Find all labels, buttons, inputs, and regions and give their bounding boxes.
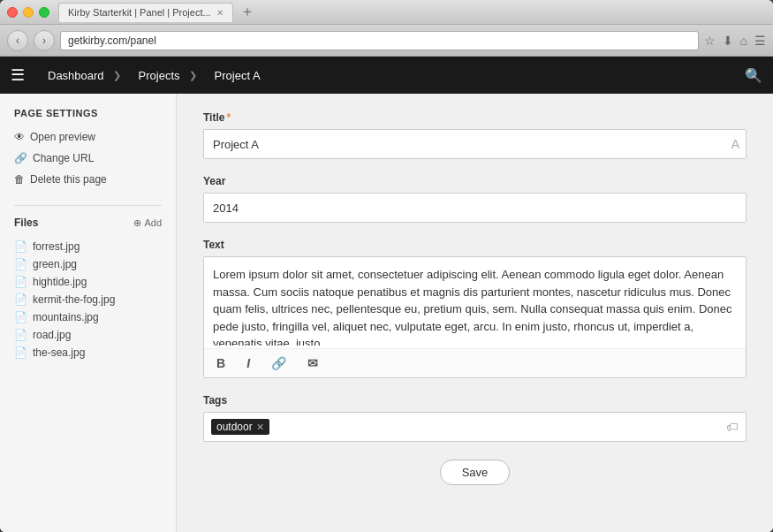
- link-icon: 🔗: [14, 152, 27, 164]
- browser-toolbar: ☆ ⬇ ⌂ ☰: [704, 34, 766, 48]
- textarea-container: Lorem ipsum dolor sit amet, consectetuer…: [203, 256, 746, 378]
- sidebar-item-delete-page[interactable]: 🗑 Delete this page: [14, 171, 162, 187]
- text-label: Text: [203, 239, 746, 251]
- breadcrumb: Dashboard Projects Project A: [39, 57, 745, 94]
- forward-button[interactable]: ›: [34, 30, 55, 51]
- year-label: Year: [203, 175, 746, 187]
- breadcrumb-dashboard[interactable]: Dashboard: [39, 57, 130, 94]
- files-header: Files ⊕ Add: [14, 217, 162, 229]
- list-item[interactable]: 📄 road.jpg: [14, 326, 162, 344]
- address-input[interactable]: [60, 31, 699, 50]
- plus-icon: ⊕: [133, 217, 141, 229]
- text-input[interactable]: Lorem ipsum dolor sit amet, consectetuer…: [204, 257, 746, 346]
- list-item[interactable]: 📄 forrest.jpg: [14, 238, 162, 255]
- list-item[interactable]: 📄 kermit-the-fog.jpg: [14, 291, 162, 308]
- eye-icon: 👁: [14, 131, 25, 143]
- tab-close-icon[interactable]: ✕: [216, 8, 224, 18]
- text-field-group: Text Lorem ipsum dolor sit amet, consect…: [203, 239, 746, 378]
- list-item[interactable]: 📄 green.jpg: [14, 255, 162, 273]
- search-icon[interactable]: 🔍: [745, 67, 762, 84]
- file-icon: 📄: [14, 240, 27, 253]
- file-name: mountains.jpg: [33, 311, 99, 323]
- page-settings-title: Page settings: [14, 108, 162, 118]
- download-icon[interactable]: ⬇: [723, 34, 733, 48]
- file-name: the-sea.jpg: [33, 346, 85, 359]
- bold-button[interactable]: B: [213, 354, 229, 372]
- delete-page-label: Delete this page: [30, 173, 107, 186]
- change-url-label: Change URL: [33, 152, 94, 164]
- sidebar-item-change-url[interactable]: 🔗 Change URL: [14, 150, 162, 166]
- save-button[interactable]: Save: [440, 460, 511, 485]
- hamburger-icon[interactable]: ☰: [11, 65, 25, 85]
- top-nav: ☰ Dashboard Projects Project A 🔍: [0, 57, 773, 94]
- file-icon: 📄: [14, 311, 27, 323]
- email-button[interactable]: ✉: [304, 354, 322, 372]
- file-name: kermit-the-fog.jpg: [33, 293, 115, 306]
- list-item[interactable]: 📄 the-sea.jpg: [14, 344, 162, 361]
- add-file-button[interactable]: ⊕ Add: [133, 217, 162, 229]
- italic-button[interactable]: I: [243, 354, 254, 372]
- home-icon[interactable]: ⌂: [740, 34, 747, 48]
- tags-input-container[interactable]: outdoor ✕ 🏷: [203, 412, 746, 442]
- textarea-toolbar: B I 🔗 ✉: [204, 348, 746, 377]
- main-content: Title* A Year Text Lorem ipsum d: [177, 94, 773, 532]
- file-name: green.jpg: [33, 258, 77, 270]
- list-item[interactable]: 📄 hightide.jpg: [14, 273, 162, 291]
- tag-remove-icon[interactable]: ✕: [256, 422, 264, 433]
- title-bar: Kirby Starterkit | Panel | Project... ✕ …: [0, 0, 773, 25]
- file-list: 📄 forrest.jpg 📄 green.jpg 📄 hightide.jpg…: [14, 238, 162, 361]
- title-field-group: Title* A: [203, 111, 746, 159]
- sidebar: Page settings 👁 Open preview 🔗 Change UR…: [0, 94, 177, 532]
- maximize-button[interactable]: [39, 7, 49, 18]
- list-item[interactable]: 📄 mountains.jpg: [14, 308, 162, 326]
- tags-field-group: Tags outdoor ✕ 🏷: [203, 394, 746, 442]
- tag-outdoor: outdoor ✕: [211, 419, 269, 435]
- file-name: road.jpg: [33, 329, 71, 341]
- tags-label: Tags: [203, 394, 746, 407]
- title-input[interactable]: [203, 129, 746, 159]
- file-icon: 📄: [14, 293, 27, 306]
- app-content: ☰ Dashboard Projects Project A 🔍 Page se…: [0, 57, 773, 532]
- open-preview-label: Open preview: [30, 131, 95, 143]
- close-button[interactable]: [7, 7, 18, 18]
- breadcrumb-projects[interactable]: Projects: [130, 57, 206, 94]
- browser-tab[interactable]: Kirby Starterkit | Panel | Project... ✕: [58, 3, 233, 22]
- tab-bar: Kirby Starterkit | Panel | Project... ✕ …: [58, 3, 766, 22]
- year-field-group: Year: [203, 175, 746, 223]
- main-layout: Page settings 👁 Open preview 🔗 Change UR…: [0, 94, 773, 532]
- new-tab-button[interactable]: ＋: [237, 3, 258, 21]
- file-name: hightide.jpg: [33, 276, 87, 288]
- minimize-button[interactable]: [23, 7, 34, 18]
- tab-title: Kirby Starterkit | Panel | Project...: [68, 7, 211, 18]
- open-preview-link[interactable]: 👁 Open preview: [14, 129, 162, 145]
- window-controls: [7, 7, 49, 18]
- trash-icon: 🗑: [14, 173, 25, 186]
- sidebar-divider: [14, 205, 162, 206]
- address-bar: ‹ › ☆ ⬇ ⌂ ☰: [0, 25, 773, 57]
- text-icon: A: [731, 137, 739, 151]
- file-icon: 📄: [14, 276, 27, 288]
- file-icon: 📄: [14, 258, 27, 270]
- back-button[interactable]: ‹: [7, 30, 28, 51]
- delete-page-link[interactable]: 🗑 Delete this page: [14, 171, 162, 187]
- tag-label: outdoor: [216, 421, 253, 433]
- change-url-link[interactable]: 🔗 Change URL: [14, 150, 162, 166]
- files-title: Files: [14, 217, 38, 229]
- title-label: Title*: [203, 111, 746, 124]
- add-label: Add: [144, 217, 162, 228]
- title-input-wrapper: A: [203, 129, 746, 159]
- menu-icon[interactable]: ☰: [754, 34, 766, 48]
- file-icon: 📄: [14, 329, 27, 341]
- year-input[interactable]: [203, 193, 746, 223]
- file-icon: 📄: [14, 346, 27, 359]
- required-star: *: [226, 111, 231, 124]
- breadcrumb-project-a[interactable]: Project A: [206, 57, 269, 94]
- sidebar-item-open-preview[interactable]: 👁 Open preview: [14, 129, 162, 145]
- star-icon[interactable]: ☆: [704, 34, 716, 48]
- file-name: forrest.jpg: [33, 240, 80, 253]
- sidebar-menu: 👁 Open preview 🔗 Change URL 🗑 D: [14, 129, 162, 187]
- tags-icon: 🏷: [726, 420, 739, 434]
- link-button[interactable]: 🔗: [268, 354, 290, 372]
